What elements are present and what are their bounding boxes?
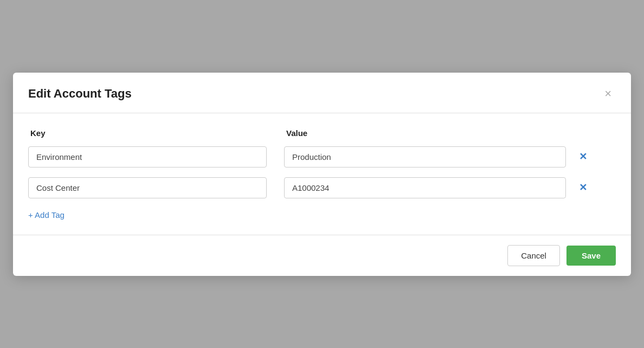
modal-title: Edit Account Tags [28,87,132,101]
modal-body: Key Value ✕ ✕ + Add Tag [13,113,631,235]
tag-key-input-1[interactable] [28,146,267,167]
columns-header: Key Value [28,128,616,138]
modal-footer: Cancel Save [13,235,631,276]
tag-value-input-1[interactable] [284,146,566,167]
value-column-label: Value [286,128,568,138]
cancel-button[interactable]: Cancel [507,245,560,266]
tag-value-input-2[interactable] [284,177,566,198]
save-button[interactable]: Save [566,246,616,266]
remove-tag-button-1[interactable]: ✕ [575,150,591,164]
tag-row-1: ✕ [28,146,616,167]
modal-header: Edit Account Tags × [13,73,631,113]
modal-overlay: Edit Account Tags × Key Value ✕ ✕ + Add … [0,0,644,348]
add-tag-button[interactable]: + Add Tag [28,208,65,222]
key-column-label: Key [30,128,269,138]
remove-tag-button-2[interactable]: ✕ [575,181,591,195]
tag-key-input-2[interactable] [28,177,267,198]
close-button[interactable]: × [600,86,616,102]
edit-account-tags-modal: Edit Account Tags × Key Value ✕ ✕ + Add … [13,73,631,276]
tag-row-2: ✕ [28,177,616,198]
